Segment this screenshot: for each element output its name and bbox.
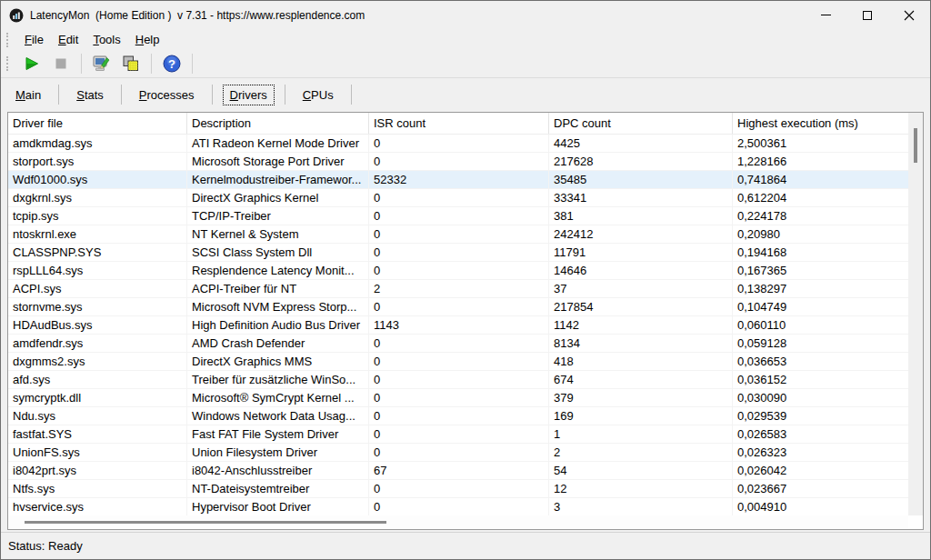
tab-drivers[interactable]: Drivers <box>223 85 275 105</box>
table-cell: 0,138297 <box>733 280 908 297</box>
table-row[interactable]: ntoskrnl.exeNT Kernel & System02424120,2… <box>8 225 908 244</box>
menu-edit[interactable]: Edit <box>51 31 85 48</box>
table-row[interactable]: dxgmms2.sysDirectX Graphics MMS04180,036… <box>8 353 908 371</box>
table-cell: 217628 <box>549 153 733 170</box>
table-header-row: Driver fileDescriptionISR countDPC count… <box>8 113 923 135</box>
menu-file[interactable]: File <box>17 31 51 48</box>
table-row[interactable]: symcryptk.dllMicrosoft® SymCrypt Kernel … <box>8 389 908 407</box>
horizontal-scrollbar-thumb[interactable] <box>25 521 386 524</box>
table-cell: Windows Network Data Usag... <box>187 407 369 425</box>
column-header[interactable]: DPC count <box>549 113 733 134</box>
tab-stats[interactable]: Stats <box>69 85 111 105</box>
table-row[interactable]: i8042prt.sysi8042-Anschlusstreiber67540,… <box>8 462 908 480</box>
table-row[interactable]: amdkmdag.sysATI Radeon Kernel Mode Drive… <box>8 135 908 153</box>
table-cell: dxgmms2.sys <box>8 353 187 370</box>
table-cell: 0,036653 <box>733 353 908 370</box>
windows-button[interactable] <box>118 52 144 75</box>
analyze-button[interactable] <box>89 52 115 75</box>
table-cell: Union Filesystem Driver <box>187 444 369 461</box>
table-cell: DirectX Graphics MMS <box>187 353 369 370</box>
table-row[interactable]: afd.sysTreiber für zusätzliche WinSo...0… <box>8 371 908 389</box>
start-button[interactable] <box>19 52 45 75</box>
table-row[interactable]: fastfat.SYSFast FAT File System Driver01… <box>8 425 908 444</box>
tab-main[interactable]: Main <box>8 85 48 105</box>
table-cell: 0,20980 <box>733 225 908 243</box>
table-cell: 217854 <box>549 298 733 315</box>
table-cell: hvservice.sys <box>8 498 187 515</box>
table-cell: 0,194168 <box>733 244 908 261</box>
table-row[interactable]: storport.sysMicrosoft Storage Port Drive… <box>8 153 908 171</box>
table-cell: HDAudBus.sys <box>8 316 187 334</box>
column-header[interactable]: Driver file <box>8 113 187 134</box>
column-header[interactable]: Description <box>187 113 369 134</box>
table-cell: 418 <box>549 353 733 370</box>
table-row[interactable]: CLASSPNP.SYSSCSI Class System Dll0117910… <box>8 244 908 262</box>
status-bar: Status: Ready <box>1 532 930 559</box>
table-row[interactable]: hvservice.sysHypervisor Boot Driver030,0… <box>8 498 908 515</box>
table-cell: Resplendence Latency Monit... <box>187 262 369 279</box>
table-cell: CLASSPNP.SYS <box>8 244 187 261</box>
table-cell: tcpip.sys <box>8 207 187 225</box>
table-row[interactable]: rspLLL64.sysResplendence Latency Monit..… <box>8 262 908 280</box>
table-row[interactable]: stornvme.sysMicrosoft NVM Express Storp.… <box>8 298 908 316</box>
table-cell: 11791 <box>549 244 733 261</box>
table-cell: DirectX Graphics Kernel <box>187 189 369 206</box>
table-cell: 674 <box>549 371 733 388</box>
table-cell: Kernelmodustreiber-Framewor... <box>187 171 369 188</box>
table-row[interactable]: Wdf01000.sysKernelmodustreiber-Framewor.… <box>8 171 908 189</box>
toolbar: ? <box>1 50 930 78</box>
table-cell: amdkmdag.sys <box>8 135 187 152</box>
titlebar: LatencyMon (Home Edition ) v 7.31 - http… <box>1 1 930 29</box>
table-cell: 0 <box>369 389 549 406</box>
horizontal-scrollbar[interactable] <box>8 515 908 529</box>
table-cell: Microsoft Storage Port Driver <box>187 153 369 170</box>
menu-tools[interactable]: Tools <box>85 31 127 48</box>
vertical-scrollbar[interactable] <box>908 113 923 515</box>
table-cell: 0,741864 <box>733 171 908 188</box>
window-controls <box>805 1 930 29</box>
tab-separator <box>351 85 352 105</box>
help-button[interactable]: ? <box>159 52 185 75</box>
table-row[interactable]: ACPI.sysACPI-Treiber für NT2370,138297 <box>8 280 908 298</box>
column-header[interactable]: ISR count <box>369 113 549 134</box>
tab-cpus[interactable]: CPUs <box>295 85 341 105</box>
table-cell: ACPI.sys <box>8 280 187 297</box>
table-cell: Hypervisor Boot Driver <box>187 498 369 515</box>
minimize-icon <box>821 15 831 15</box>
table-cell: 52332 <box>369 171 549 188</box>
tab-processes[interactable]: Processes <box>132 85 202 105</box>
table-cell: stornvme.sys <box>8 298 187 315</box>
minimize-button[interactable] <box>805 1 846 29</box>
table-cell: 0,004910 <box>733 498 908 515</box>
table-cell: 1142 <box>549 316 733 334</box>
table-cell: TCP/IP-Treiber <box>187 207 369 225</box>
maximize-button[interactable] <box>846 1 888 29</box>
table-row[interactable]: Ntfs.sysNT-Dateisystemtreiber0120,023667 <box>8 480 908 498</box>
table-cell: dxgkrnl.sys <box>8 189 187 206</box>
table-cell: 3 <box>549 498 733 515</box>
column-header[interactable]: Highest execution (ms) <box>733 113 910 134</box>
table-cell: 0 <box>369 371 549 388</box>
table-row[interactable]: tcpip.sysTCP/IP-Treiber03810,224178 <box>8 207 908 225</box>
table-cell: 2 <box>369 280 549 297</box>
overlap-windows-icon <box>121 54 141 74</box>
toolbar-gripper <box>6 56 11 71</box>
table-cell: Treiber für zusätzliche WinSo... <box>187 371 369 388</box>
table-cell: 0,059128 <box>733 335 908 352</box>
table-cell: High Definition Audio Bus Driver <box>187 316 369 334</box>
table-cell: afd.sys <box>8 371 187 388</box>
menubar: FileEditToolsHelp <box>1 29 930 50</box>
table-row[interactable]: HDAudBus.sysHigh Definition Audio Bus Dr… <box>8 316 908 335</box>
table-row[interactable]: amdfendr.sysAMD Crash Defender081340,059… <box>8 335 908 353</box>
monitor-pen-icon <box>92 54 112 74</box>
table-row[interactable]: dxgkrnl.sysDirectX Graphics Kernel033341… <box>8 189 908 207</box>
stop-button[interactable] <box>48 52 74 75</box>
table-row[interactable]: Ndu.sysWindows Network Data Usag...01690… <box>8 407 908 425</box>
table-row[interactable]: UnionFS.sysUnion Filesystem Driver020,02… <box>8 444 908 462</box>
close-button[interactable] <box>888 1 930 29</box>
table-cell: i8042-Anschlusstreiber <box>187 462 369 479</box>
table-cell: 0,026583 <box>733 425 908 443</box>
menu-help[interactable]: Help <box>128 31 167 48</box>
table-cell: 0,104749 <box>733 298 908 315</box>
vertical-scrollbar-thumb[interactable] <box>914 128 917 163</box>
